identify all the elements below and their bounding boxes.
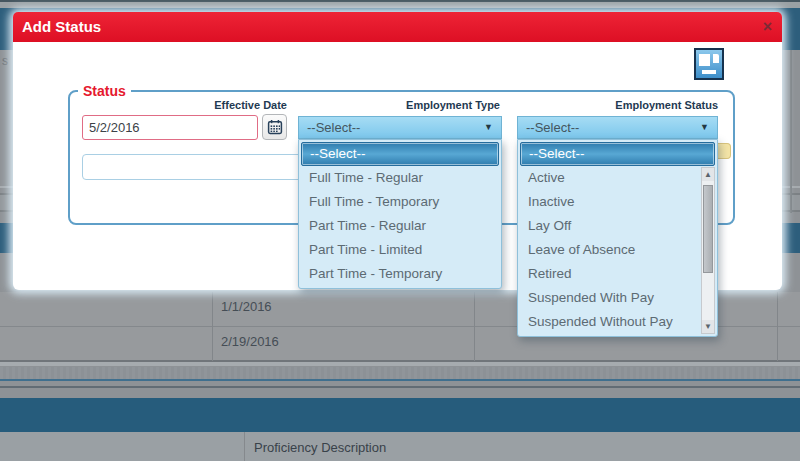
bg-dark-line xyxy=(0,386,800,388)
option-retired[interactable]: Retired xyxy=(520,262,715,286)
scroll-down-icon[interactable]: ▼ xyxy=(702,320,714,333)
option-select-placeholder[interactable]: --Select-- xyxy=(520,142,715,166)
employment-type-options-list: --Select-- Full Time - Regular Full Time… xyxy=(298,139,502,289)
bg-textured-band xyxy=(0,367,800,379)
floppy-disk-icon xyxy=(699,54,719,75)
bg-lower-header-band xyxy=(0,398,800,432)
status-fieldset-legend: Status xyxy=(78,83,131,99)
chevron-down-icon: ▼ xyxy=(484,117,493,138)
bg-footer-row xyxy=(0,432,800,461)
calendar-icon xyxy=(267,119,283,135)
bg-sidebar-text-fragment: s xyxy=(2,54,8,68)
list-scrollbar[interactable]: ▲ ▼ xyxy=(701,167,715,334)
bg-table-cell-date: 1/1/2016 xyxy=(221,299,272,314)
employment-type-selected-value: --Select-- xyxy=(307,120,360,135)
employment-status-options-list: --Select-- Active Inactive Lay Off Leave… xyxy=(517,139,718,337)
effective-date-input[interactable] xyxy=(82,115,258,140)
bg-right-divider xyxy=(790,50,792,213)
option-lay-off[interactable]: Lay Off xyxy=(520,214,715,238)
bg-footer-column-header: Proficiency Description xyxy=(254,440,386,455)
option-leave-of-absence[interactable]: Leave of Absence xyxy=(520,238,715,262)
calendar-picker-button[interactable] xyxy=(262,114,287,140)
bg-table-column-divider xyxy=(777,292,778,361)
bg-blue-line xyxy=(0,379,800,381)
option-part-time-temporary[interactable]: Part Time - Temporary xyxy=(301,262,499,286)
bg-footer-column-divider xyxy=(244,432,245,461)
bg-divider-band xyxy=(0,362,800,366)
option-full-time-temporary[interactable]: Full Time - Temporary xyxy=(301,190,499,214)
option-select-placeholder[interactable]: --Select-- xyxy=(301,142,499,166)
close-icon[interactable]: × xyxy=(763,12,772,42)
scrollbar-thumb[interactable] xyxy=(703,185,713,273)
chevron-down-icon: ▼ xyxy=(700,117,709,138)
save-button[interactable] xyxy=(694,48,724,80)
effective-date-label: Effective Date xyxy=(82,99,287,111)
option-inactive[interactable]: Inactive xyxy=(520,190,715,214)
dialog-titlebar: Add Status × xyxy=(13,12,782,42)
bg-table-column-divider xyxy=(474,292,475,361)
option-suspended-without-pay[interactable]: Suspended Without Pay xyxy=(520,310,715,334)
option-suspended-with-pay[interactable]: Suspended With Pay xyxy=(520,286,715,310)
bg-table-cell-date: 2/19/2016 xyxy=(221,334,279,349)
option-full-time-regular[interactable]: Full Time - Regular xyxy=(301,166,499,190)
screen: s 1/1/2016 2/19/2016 Proficiency Descrip… xyxy=(0,0,800,461)
dialog-title: Add Status xyxy=(22,12,101,42)
option-part-time-regular[interactable]: Part Time - Regular xyxy=(301,214,499,238)
employment-type-select[interactable]: --Select-- ▼ xyxy=(298,116,502,139)
employment-status-selected-value: --Select-- xyxy=(526,120,579,135)
employment-type-label: Employment Type xyxy=(298,99,500,111)
employment-status-label: Employment Status xyxy=(513,99,718,111)
option-active[interactable]: Active xyxy=(520,166,715,190)
partial-required-field[interactable] xyxy=(718,143,731,159)
scroll-up-icon[interactable]: ▲ xyxy=(702,168,714,181)
bg-table-column-divider xyxy=(212,292,213,361)
option-part-time-limited[interactable]: Part Time - Limited xyxy=(301,238,499,262)
employment-status-select[interactable]: --Select-- ▼ xyxy=(517,116,718,139)
